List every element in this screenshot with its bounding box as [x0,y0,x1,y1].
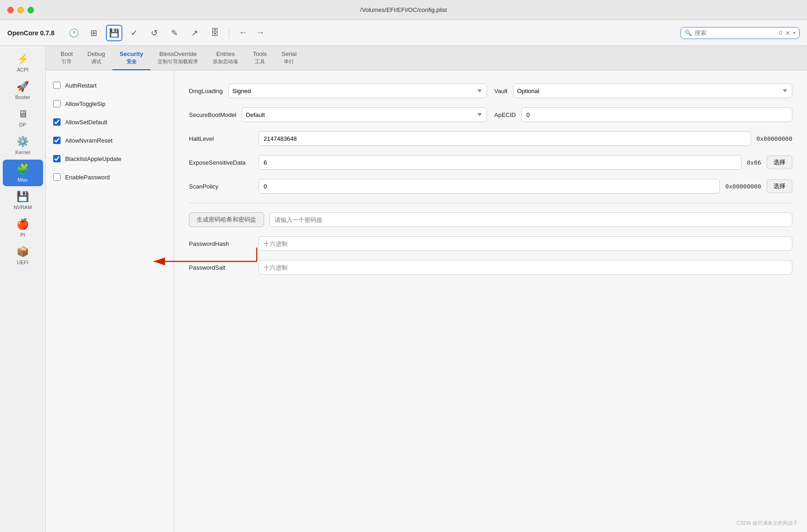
scan-policy-input[interactable] [259,179,720,194]
gen-password-button[interactable]: 生成密码哈希和密码盐 [189,212,264,227]
sidebar-item-acpi[interactable]: ⚡ ACPI [3,50,43,76]
allow-nvram-reset-checkbox[interactable] [53,137,61,144]
dmg-vault-row: DmgLoading Signed Disabled Any Vault Opt… [189,83,792,98]
sidebar-item-uefi[interactable]: 📦 UEFI [3,242,43,269]
tab-tools[interactable]: Tools 工具 [245,46,274,70]
sidebar-item-nvram[interactable]: 💾 NVRAM [3,187,43,214]
pi-icon: 🍎 [17,218,29,230]
expose-sensitive-data-select-button[interactable]: 选择 [767,155,792,169]
close-button[interactable] [7,7,14,13]
acpi-icon: ⚡ [17,53,29,65]
sidebar-item-misc[interactable]: 🧩 Misc [3,160,43,186]
tab-debug-zh: 调试 [91,58,101,65]
dmg-loading-select[interactable]: Signed Disabled Any [228,83,487,98]
sidebar-item-kernel-label: Kernel [16,150,30,155]
tab-boot-en: Boot [61,50,73,58]
tab-blessoverride[interactable]: BlessOverride 定制引导加载程序 [150,46,205,70]
vault-group: Vault Optional Basic Secure [494,83,792,98]
expose-sensitive-data-row: ExposeSensitiveData 0x06 选择 [189,155,792,170]
sidebar-item-booter-label: Booter [15,94,30,100]
tab-entries[interactable]: Entries 添加启动项 [205,46,245,70]
history-icon[interactable]: 🕐 [66,25,82,41]
vault-label: Vault [494,88,508,94]
password-hash-input[interactable] [259,236,792,251]
allow-toggle-sip-checkbox[interactable] [53,100,61,107]
checkbox-enable-password: EnablePassword [53,173,166,181]
list-icon[interactable]: ⊞ [86,25,102,41]
sidebar-item-dp[interactable]: 🖥 DP [3,105,43,131]
minimize-button[interactable] [17,7,24,13]
right-panel: DmgLoading Signed Disabled Any Vault Opt… [174,71,807,532]
tab-tools-en: Tools [253,50,266,58]
back-icon[interactable]: ← [235,25,251,41]
divider [189,203,792,203]
allow-nvram-reset-label: AllowNvramReset [65,137,112,144]
checkbox-auth-restart: AuthRestart [53,82,166,89]
sidebar-item-pi[interactable]: 🍎 PI [3,215,43,241]
secureboot-label: SecureBootModel [189,111,236,118]
tab-entries-zh: 添加启动项 [213,58,238,65]
blacklist-apple-update-label: BlacklistAppleUpdate [65,155,122,162]
search-dropdown-icon[interactable]: ▾ [793,30,796,35]
tab-boot-zh: 引导 [61,58,72,65]
app-name: OpenCore 0.7.8 [7,29,55,37]
checkbox-blacklist-apple-update: BlacklistAppleUpdate [53,155,166,162]
tab-security[interactable]: Security 安全 [112,46,150,70]
dp-icon: 🖥 [18,108,28,120]
check-icon[interactable]: ✓ [126,25,143,41]
halt-level-input[interactable] [259,131,751,146]
expose-sensitive-data-input[interactable] [259,155,741,170]
password-gen-row: 生成密码哈希和密码盐 [189,212,792,227]
password-value-input[interactable] [270,212,792,227]
import-icon[interactable]: ↗ [187,25,203,41]
refresh-icon[interactable]: ↺ [146,25,163,41]
password-salt-row: PasswordSalt [189,260,792,275]
database-icon[interactable]: 🗄 [207,25,223,41]
apecid-input[interactable] [521,107,792,122]
allow-set-default-checkbox[interactable] [53,118,61,126]
save-icon[interactable]: 💾 [106,25,122,41]
sidebar-item-booter[interactable]: 🚀 Booter [3,77,43,104]
sidebar-item-nvram-label: NVRAM [14,205,32,210]
dmg-loading-label: DmgLoading [189,88,223,94]
footer-credit: CSDN @茫满灰尘的风信子 [737,520,798,526]
enable-password-checkbox[interactable] [53,173,61,181]
search-clear-icon[interactable]: ✕ [785,29,790,37]
tab-debug-en: Debug [88,50,105,58]
checkbox-allow-set-default: AllowSetDefault [53,118,166,126]
booter-icon: 🚀 [17,81,29,93]
password-salt-input[interactable] [259,260,792,275]
expose-sensitive-data-label: ExposeSensitiveData [189,159,253,166]
footer-text: CSDN @茫满灰尘的风信子 [737,520,798,526]
tab-serial[interactable]: Serial 串行 [274,46,304,70]
search-input[interactable] [695,29,776,36]
search-icon: 🔍 [685,29,692,36]
blacklist-apple-update-checkbox[interactable] [53,155,61,162]
toolbar: OpenCore 0.7.8 🕐 ⊞ 💾 ✓ ↺ ✎ ↗ 🗄 ← → 🔍 0 ✕… [0,20,807,46]
secureboot-group: SecureBootModel Default Disabled [189,107,487,122]
nvram-icon: 💾 [17,191,29,203]
forward-icon[interactable]: → [252,25,269,41]
titlebar: /Volumes/EFI/EFI/OC/config.plist [0,0,807,20]
tab-security-zh: 安全 [127,58,137,65]
checkbox-allow-toggle-sip: AllowToggleSip [53,100,166,107]
maximize-button[interactable] [28,7,34,13]
uefi-icon: 📦 [17,246,29,258]
scan-policy-hex: 0x00000000 [725,183,761,190]
secureboot-select[interactable]: Default Disabled [242,107,487,122]
sidebar-item-kernel[interactable]: ⚙️ Kernel [3,132,43,159]
scan-policy-select-button[interactable]: 选择 [767,179,792,193]
tab-security-en: Security [120,50,143,58]
tab-serial-en: Serial [282,50,297,58]
auth-restart-checkbox[interactable] [53,82,61,89]
checkbox-allow-nvram-reset: AllowNvramReset [53,137,166,144]
edit-icon[interactable]: ✎ [166,25,183,41]
sidebar-item-misc-label: Misc [17,177,28,183]
tab-boot[interactable]: Boot 引导 [53,46,80,70]
main-layout: ⚡ ACPI 🚀 Booter 🖥 DP ⚙️ Kernel 🧩 Misc 💾 … [0,46,807,532]
password-hash-label: PasswordHash [189,240,253,247]
vault-select[interactable]: Optional Basic Secure [513,83,792,98]
sidebar-item-pi-label: PI [20,232,25,238]
sidebar: ⚡ ACPI 🚀 Booter 🖥 DP ⚙️ Kernel 🧩 Misc 💾 … [0,46,46,532]
tab-debug[interactable]: Debug 调试 [80,46,112,70]
